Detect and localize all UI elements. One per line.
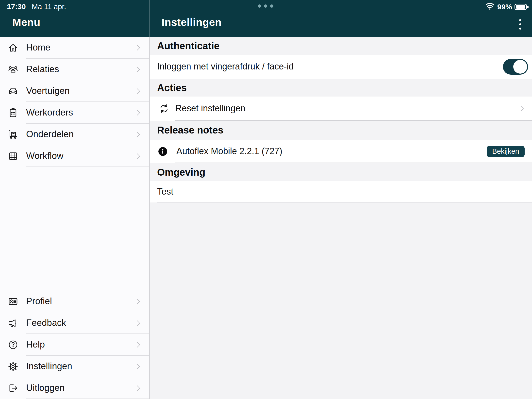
sidebar-item-help[interactable]: Help xyxy=(0,334,149,356)
chevron-right-icon xyxy=(134,87,142,95)
sidebar-item-label: Feedback xyxy=(26,318,66,328)
sidebar-item-label: Instellingen xyxy=(26,361,72,371)
section-header-acties: Acties xyxy=(150,79,532,97)
row-reset-instellingen[interactable]: Reset instellingen xyxy=(150,97,532,121)
chevron-right-icon xyxy=(134,319,142,327)
settings-panel: Authenticatie Inloggen met vingerafdruk … xyxy=(150,37,532,399)
sidebar-item-werkorders[interactable]: Werkorders xyxy=(0,102,149,124)
environment-value: Test xyxy=(157,186,173,197)
battery-icon xyxy=(515,4,529,10)
chevron-right-icon xyxy=(134,65,142,74)
app-screen: 17:30 Ma 11 apr. Menu Instellingen 99% xyxy=(0,0,532,399)
car-icon xyxy=(8,86,18,97)
chevron-right-icon xyxy=(134,109,142,117)
info-icon xyxy=(158,146,168,157)
status-date: Ma 11 apr. xyxy=(32,2,66,11)
kebab-menu-icon[interactable] xyxy=(517,17,523,32)
sidebar-item-label: Onderdelen xyxy=(26,129,74,139)
grid-icon xyxy=(8,151,18,162)
chevron-right-icon xyxy=(134,384,142,392)
chevron-right-icon xyxy=(134,44,142,52)
bekijken-button[interactable]: Bekijken xyxy=(487,146,525,157)
status-bar-right: 99% xyxy=(485,2,529,12)
sidebar-item-feedback[interactable]: Feedback xyxy=(0,312,149,334)
gear-icon xyxy=(8,361,18,372)
sidebar-item-home[interactable]: Home xyxy=(0,37,149,59)
status-bar-left: 17:30 Ma 11 apr. xyxy=(7,2,66,11)
sidebar-item-label: Relaties xyxy=(26,64,59,74)
sidebar-item-label: Home xyxy=(26,42,50,53)
sidebar-item-label: Workflow xyxy=(26,151,63,161)
chevron-right-icon xyxy=(134,130,142,139)
sidebar-item-label: Werkorders xyxy=(26,107,73,118)
fingerprint-login-label: Inloggen met vingerafdruk / face-id xyxy=(157,61,294,72)
sidebar-bottom-menu: Profiel Feedback Help xyxy=(0,291,149,399)
chevron-right-icon xyxy=(134,362,142,371)
toggle-knob xyxy=(513,60,527,74)
wifi-icon xyxy=(485,2,495,12)
sidebar-item-workflow[interactable]: Workflow xyxy=(0,145,149,167)
fingerprint-login-toggle[interactable] xyxy=(503,59,528,75)
chevron-right-icon xyxy=(134,152,142,160)
battery-percent: 99% xyxy=(497,3,512,11)
sidebar-item-uitloggen[interactable]: Uitloggen xyxy=(0,377,149,399)
sidebar-item-instellingen[interactable]: Instellingen xyxy=(0,356,149,377)
sidebar-item-voertuigen[interactable]: Voertuigen xyxy=(0,80,149,102)
id-card-icon xyxy=(8,296,18,307)
sidebar-item-label: Uitloggen xyxy=(26,383,65,393)
sidebar-item-label: Profiel xyxy=(26,296,52,306)
people-icon xyxy=(8,64,18,75)
status-time: 17:30 xyxy=(7,2,26,11)
pane-divider-header xyxy=(149,0,150,37)
row-fingerprint-login: Inloggen met vingerafdruk / face-id xyxy=(150,55,532,79)
sidebar-header: 17:30 Ma 11 apr. Menu xyxy=(0,0,149,37)
multitask-handle-dots[interactable] xyxy=(258,4,273,8)
megaphone-icon xyxy=(8,318,18,329)
sidebar-item-label: Help xyxy=(26,339,45,350)
trolley-icon xyxy=(8,129,18,140)
chevron-right-icon xyxy=(518,104,526,113)
sidebar-title: Menu xyxy=(12,16,40,28)
reset-instellingen-label: Reset instellingen xyxy=(175,103,245,114)
section-header-omgeving: Omgeving xyxy=(150,163,532,181)
chevron-right-icon xyxy=(134,341,142,349)
page-title: Instellingen xyxy=(162,16,222,28)
sidebar-item-label: Voertuigen xyxy=(26,86,70,96)
row-release-notes: Autoflex Mobile 2.2.1 (727) Bekijken xyxy=(150,140,532,163)
logout-icon xyxy=(8,383,18,394)
sidebar-main-menu: Home Relaties Voertuigen xyxy=(0,37,149,167)
sidebar-item-relaties[interactable]: Relaties xyxy=(0,59,149,80)
refresh-icon xyxy=(159,103,169,114)
section-header-authenticatie: Authenticatie xyxy=(150,37,532,55)
home-icon xyxy=(8,42,18,53)
chevron-right-icon xyxy=(134,297,142,306)
help-icon xyxy=(8,339,18,350)
clipboard-icon xyxy=(8,107,18,118)
sidebar: Home Relaties Voertuigen xyxy=(0,37,149,399)
section-header-release-notes: Release notes xyxy=(150,121,532,140)
content-header: Instellingen 99% xyxy=(149,0,532,37)
release-version-label: Autoflex Mobile 2.2.1 (727) xyxy=(176,146,282,156)
row-environment: Test xyxy=(150,181,532,202)
sidebar-item-profiel[interactable]: Profiel xyxy=(0,291,149,312)
sidebar-item-onderdelen[interactable]: Onderdelen xyxy=(0,124,149,145)
